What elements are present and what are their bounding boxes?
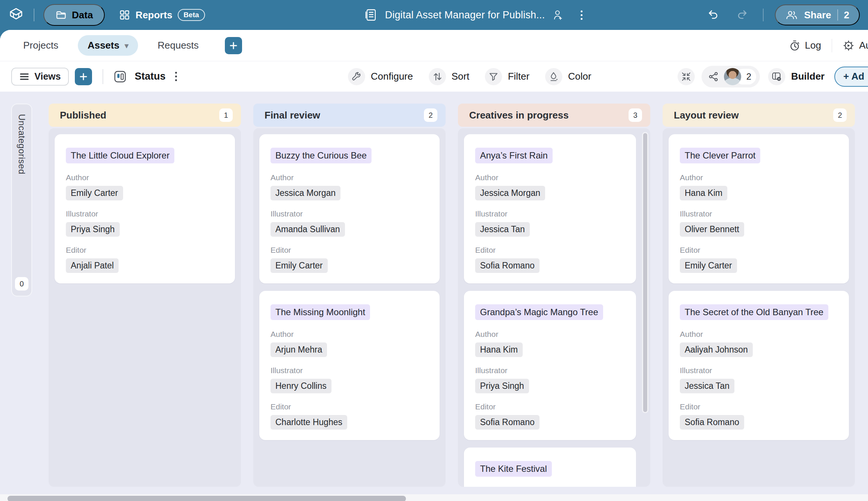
current-view[interactable]: Status (114, 70, 166, 83)
color-button[interactable]: Color (545, 68, 591, 85)
field-label: Author (475, 173, 625, 182)
invite-user-icon[interactable] (552, 9, 563, 21)
kanban-column: Published1The Little Cloud ExplorerAutho… (49, 104, 241, 487)
collapse-button[interactable] (678, 68, 695, 85)
field-value: Oliver Bennett (680, 222, 744, 237)
field-value: Sofia Romano (680, 415, 744, 430)
folder-icon (55, 9, 67, 21)
field-value: Emily Carter (66, 186, 123, 200)
document-icon (365, 8, 378, 22)
add-table-button[interactable] (225, 37, 242, 54)
plus-icon (229, 41, 238, 50)
field-label: Author (680, 173, 838, 182)
tab-requests[interactable]: Requests (152, 35, 204, 56)
card-field: IllustratorAmanda Sullivan (271, 209, 428, 237)
field-label: Editor (271, 246, 428, 255)
card-field: IllustratorJessica Tan (475, 209, 625, 237)
card-title: The Secret of the Old Banyan Tree (680, 304, 828, 320)
horizontal-scrollbar-track[interactable] (0, 494, 868, 501)
kanban-card[interactable]: The Little Cloud ExplorerAuthorEmily Car… (55, 134, 235, 283)
column-title: Layout review (674, 110, 739, 121)
field-label: Editor (680, 402, 838, 411)
clock-icon (789, 40, 800, 52)
data-button-label: Data (72, 9, 93, 21)
column-header[interactable]: Final review2 (253, 104, 446, 127)
base-menu-kebab-icon[interactable] (581, 10, 583, 20)
automations-button[interactable]: Au (843, 40, 868, 52)
tab-bar-right: Log Au (789, 39, 868, 52)
people-icon (785, 10, 798, 20)
kanban-card[interactable]: The Clever ParrotAuthorHana KimIllustrat… (669, 134, 849, 283)
column-header[interactable]: Published1 (49, 104, 241, 127)
tab-right-divider (832, 39, 832, 52)
builder-button[interactable]: Builder (768, 68, 825, 85)
redo-button[interactable] (736, 9, 748, 21)
card-field: IllustratorOliver Bennett (680, 209, 838, 237)
undo-button[interactable] (707, 9, 719, 21)
field-value: Sofia Romano (475, 258, 540, 273)
field-value: Jessica Tan (680, 379, 734, 393)
column-body: Anya’s First RainAuthorJessica MorganIll… (458, 128, 650, 487)
add-record-button[interactable]: + Ad (834, 67, 868, 87)
card-field: AuthorEmily Carter (66, 173, 224, 200)
filter-button[interactable]: Filter (485, 68, 529, 85)
data-button[interactable]: Data (43, 4, 105, 26)
vertical-scrollbar-thumb[interactable] (642, 132, 648, 413)
card-field: IllustratorPriya Singh (66, 209, 224, 237)
field-value: Aaliyah Johnson (680, 342, 753, 357)
uncategorised-count-badge: 0 (15, 277, 28, 291)
collaborators-pill[interactable]: 2 (702, 66, 760, 87)
card-field: EditorEmily Carter (680, 246, 838, 273)
top-bar-left: Data Reports Beta (7, 4, 205, 26)
tab-projects[interactable]: Projects (18, 35, 64, 56)
configure-label: Configure (371, 71, 413, 82)
configure-button[interactable]: Configure (348, 68, 413, 85)
kanban-card[interactable]: The Kite FestivalAuthor (464, 448, 636, 487)
log-label: Log (805, 40, 821, 51)
color-label: Color (568, 71, 591, 82)
ink-drop-icon (548, 71, 559, 82)
reports-button[interactable]: Reports Beta (119, 9, 205, 21)
field-label: Illustrator (475, 366, 625, 375)
log-button[interactable]: Log (789, 40, 821, 52)
card-field: EditorSofia Romano (475, 246, 625, 273)
beta-badge: Beta (178, 9, 205, 21)
field-label: Illustrator (680, 366, 838, 375)
reports-grid-icon (119, 9, 130, 21)
tab-assets[interactable]: Assets▾ (78, 35, 138, 56)
collapse-arrows-icon (681, 71, 691, 82)
card-field: AuthorHana Kim (475, 330, 625, 357)
column-header[interactable]: Creatives in progress3 (458, 104, 650, 127)
kanban-card[interactable]: The Secret of the Old Banyan TreeAuthorA… (669, 291, 849, 440)
add-view-button[interactable] (75, 68, 92, 85)
kanban-card[interactable]: Anya’s First RainAuthorJessica MorganIll… (464, 134, 636, 283)
horizontal-scrollbar-thumb[interactable] (7, 496, 406, 501)
kanban-card[interactable]: Grandpa’s Magic Mango TreeAuthorHana Kim… (464, 291, 636, 440)
column-count-badge: 3 (629, 108, 642, 122)
filter-label: Filter (508, 71, 529, 82)
card-title: Buzzy the Curious Bee (271, 148, 372, 163)
card-title: The Clever Parrot (680, 148, 760, 163)
app-logo-icon[interactable] (7, 6, 25, 24)
kanban-card[interactable]: The Missing MoonlightAuthorArjun MehraIl… (259, 291, 440, 440)
base-title[interactable]: Digital Asset Manager for Publish... (385, 9, 545, 21)
avatar[interactable] (724, 68, 741, 85)
field-value: Anjali Patel (66, 258, 119, 273)
column-header[interactable]: Layout review2 (663, 104, 855, 127)
column-count-badge: 2 (833, 108, 847, 122)
card-field: EditorEmily Carter (271, 246, 428, 273)
uncategorised-column[interactable]: Uncategorised 0 (11, 104, 32, 296)
sort-button[interactable]: Sort (429, 68, 470, 85)
views-label: Views (34, 71, 61, 82)
column-count-badge: 1 (219, 108, 233, 122)
builder-label: Builder (791, 71, 825, 82)
card-field: EditorSofia Romano (680, 402, 838, 430)
views-button[interactable]: Views (11, 68, 69, 86)
share-button[interactable]: Share 2 (775, 4, 860, 25)
kanban-card[interactable]: Buzzy the Curious BeeAuthorJessica Morga… (259, 134, 440, 283)
view-menu-kebab-icon[interactable] (175, 72, 177, 81)
field-label: Editor (475, 246, 625, 255)
field-label: Illustrator (680, 209, 838, 218)
card-field: AuthorJessica Morgan (271, 173, 428, 200)
panel-gear-icon (771, 71, 782, 82)
